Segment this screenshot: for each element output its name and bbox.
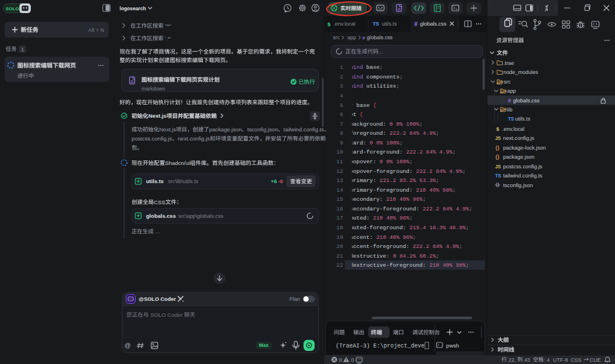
svg-text:#: # [362,35,366,41]
svg-text:node_modules: node_modules [503,69,538,75]
svg-text:SOLO Coder: SOLO Coder [149,312,184,318]
svg-text:...: ... [379,48,383,55]
svg-text:Next.js: Next.js [159,126,177,133]
svg-text:CSS: CSS [154,199,166,205]
svg-text:;: ; [453,187,456,193]
svg-text:0: 0 [351,357,354,363]
svg-text:utils.ts: utils.ts [515,115,531,122]
svg-text:;: ; [453,149,456,155]
svg-text:CSS: CSS [571,357,581,363]
svg-text:0: 0 [339,357,342,363]
svg-text:210 40% 96%: 210 40% 96% [386,196,423,202]
svg-text:210 40% 96%: 210 40% 96% [373,215,409,221]
svg-text:accent-foreground:: accent-foreground: [350,243,412,250]
svg-text:222.2 84% 4.9%: 222.2 84% 4.9% [423,206,469,212]
svg-text:;: ; [409,159,413,165]
svg-text:;: ; [409,215,413,221]
svg-text:;: ; [436,130,440,136]
svg-text:22,: 22, [507,357,517,363]
svg-text:app: app [507,88,516,94]
svg-text:0 0% 100%: 0 0% 100% [370,140,400,146]
svg-text:tsconfig.json: tsconfig.json [247,126,278,133]
svg-text:tsconfig.json: tsconfig.json [503,182,533,188]
svg-text:13: 13 [337,177,343,184]
svg-text:.trae: .trae [503,60,514,66]
svg-text:7: 7 [340,121,343,127]
svg-text:src\app\globals.css: src\app\globals.css [178,213,223,219]
svg-text:utils.ts: utils.ts [382,21,397,27]
svg-text:;: ; [396,83,400,89]
svg-text:muted:: muted: [350,215,373,221]
svg-text:5: 5 [340,102,343,109]
svg-text:222.2 84% 4.9%: 222.2 84% 4.9% [416,168,463,175]
svg-text:222.2 84% 4.9%: 222.2 84% 4.9% [413,243,460,250]
svg-text:background:: background: [350,121,390,127]
svg-text:next.config.js: next.config.js [178,135,210,142]
svg-text:210 40% 96%: 210 40% 96% [376,234,413,241]
svg-text:lib: lib [507,107,512,113]
svg-text:;: ; [400,74,403,80]
svg-text:src: src [504,79,511,85]
svg-text:pwsh: pwsh [446,342,460,349]
svg-text:base: base [353,102,373,109]
svg-text:wind: wind [350,83,363,89]
svg-text:11: 11 [337,159,343,165]
svg-text:destructive:: destructive: [350,253,393,259]
svg-text:0 0% 100%: 0 0% 100% [380,159,410,165]
svg-text:;: ; [419,121,423,127]
svg-text:(TraeAI-3) E:\project_deve: (TraeAI-3) E:\project_deve [336,343,425,349]
svg-text:0 84.2% 60.2%: 0 84.2% 60.2% [393,253,436,259]
svg-text:21: 21 [337,253,343,259]
svg-text:;: ; [413,234,416,241]
svg-text:TS: TS [508,117,514,122]
svg-text:1: 1 [21,47,24,52]
svg-text:postcss.config.js: postcss.config.js [503,163,543,169]
svg-text:0 0% 100%: 0 0% 100% [390,121,420,127]
svg-text:popover-foreground:: popover-foreground: [350,168,416,175]
svg-text:210 40% 98%: 210 40% 98% [416,187,453,193]
svg-text:wind: wind [350,64,363,71]
svg-text:{}: {} [495,154,499,160]
svg-text:-0: -0 [278,179,283,184]
svg-text:14: 14 [337,187,343,193]
svg-text:: 4: : 4 [544,357,550,363]
svg-text:package-lock.json: package-lock.json [503,144,546,151]
svg-text:222.2 84% 4.9%: 222.2 84% 4.9% [390,130,436,136]
svg-text:#: # [415,21,418,27]
svg-text:package.json: package.json [503,154,535,160]
svg-text:postcss.config.js: postcss.config.js [132,135,172,142]
svg-text:card:: card: [350,140,370,146]
svg-text:JS: JS [495,164,502,169]
svg-text:Next.js: Next.js [148,113,167,119]
svg-text:secondary:: secondary: [350,196,386,202]
svg-text:#: # [508,97,511,104]
svg-text:1: 1 [340,64,343,71]
svg-text:globals.css: globals.css [513,97,540,104]
svg-text:@SOLO Coder: @SOLO Coder [139,296,177,302]
svg-text:;: ; [462,168,466,175]
svg-text:;: ; [459,243,462,250]
svg-text:221.2 83.2% 53.3%: 221.2 83.2% 53.3% [380,177,436,184]
svg-text:...: ... [154,228,160,234]
svg-text:20: 20 [337,243,343,250]
svg-text:src: src [333,35,341,40]
svg-text:tailwind.config.ts: tailwind.config.ts [284,126,324,133]
svg-text:destructive-foreground:: destructive-foreground: [350,262,429,268]
svg-text:.env.local: .env.local [502,126,524,132]
svg-text:primary:: primary: [350,177,379,184]
svg-text:4: 4 [340,93,343,99]
svg-text:primary-foreground:: primary-foreground: [350,187,416,193]
svg-text:UTF-8: UTF-8 [553,357,568,363]
svg-text:@: @ [125,342,131,349]
svg-text:next.config.js: next.config.js [503,135,535,141]
svg-text:"*": "*" [163,23,171,29]
svg-text:package.json: package.json [209,126,241,133]
svg-text:globals.css: globals.css [367,35,393,40]
svg-text:Max: Max [259,342,269,348]
svg-text:base: base [363,64,380,71]
svg-text:tailwind.config.ts: tailwind.config.ts [503,172,543,179]
svg-text:globals.css: globals.css [420,20,447,27]
svg-text:15: 15 [337,196,343,202]
svg-text:'.*': '.*' [163,35,171,42]
svg-text:secondary-foreground:: secondary-foreground: [350,206,423,212]
